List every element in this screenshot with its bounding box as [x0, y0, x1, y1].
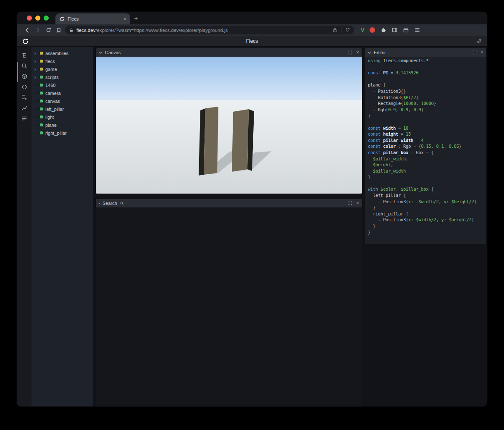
flecs-favicon-icon — [59, 16, 65, 22]
code-tool-button[interactable] — [20, 82, 29, 92]
share-link-icon[interactable] — [476, 38, 482, 44]
window-minimize-button[interactable] — [35, 16, 40, 21]
page-title: Flecs — [17, 38, 487, 44]
app-header: Flecs — [17, 36, 487, 47]
tool-strip — [17, 47, 32, 406]
entity-label: right_pillar — [45, 131, 67, 136]
code-line: - Rectangle{10000, 10000} — [368, 101, 486, 107]
collapsed-dot-icon[interactable] — [99, 203, 100, 204]
traffic-lights — [27, 16, 49, 21]
main-area: Canvas × — [93, 47, 487, 406]
code-line: - Rgb{0.9, 0.9, 0.9} — [368, 107, 486, 113]
code-line: with $color, $pillar_box { — [368, 186, 486, 193]
share-icon[interactable] — [332, 27, 338, 33]
code-line: - Rotation3{$PI/2} — [368, 95, 486, 101]
expand-chevron-icon[interactable]: › — [34, 51, 39, 55]
tree-item-canvas[interactable]: canvas — [32, 97, 93, 105]
sidebar-toggle-icon[interactable] — [391, 27, 398, 33]
url-text: flecs.dev/explorer/?wasm=https://www.fle… — [76, 28, 332, 33]
tab-flecs[interactable]: Flecs × — [55, 13, 130, 24]
entity-label: scripts — [45, 75, 59, 80]
collapse-chevron-icon[interactable] — [99, 51, 102, 54]
bookmark-icon[interactable] — [54, 26, 63, 35]
3d-scene-viewport[interactable] — [96, 57, 362, 194]
entity-label: camera — [45, 91, 61, 96]
reload-button[interactable] — [44, 26, 53, 35]
tree-item-flecs[interactable]: ›flecs — [32, 57, 93, 65]
entity-icon — [40, 60, 43, 63]
tree-item-left_pillar[interactable]: left_pillar — [32, 105, 93, 113]
code-line: right_pillar { — [368, 211, 486, 218]
tab-bar: Flecs × + — [17, 12, 487, 24]
expand-chevron-icon[interactable]: › — [34, 67, 39, 71]
code-line: using flecs.components.* — [368, 58, 486, 64]
tree-item-plane[interactable]: plane — [32, 121, 93, 129]
entity-icon — [40, 115, 43, 118]
entity-label: flecs — [45, 59, 55, 64]
expand-icon[interactable] — [472, 50, 477, 55]
close-icon[interactable]: × — [356, 201, 359, 206]
entities-cube-tool-button[interactable] — [20, 72, 29, 81]
window-close-button[interactable] — [27, 16, 32, 21]
tree-guide-line — [34, 133, 39, 133]
entity-label: left_pillar — [45, 107, 64, 112]
puzzle-extensions-icon[interactable] — [380, 27, 386, 33]
wallet-icon[interactable] — [403, 27, 409, 33]
collapse-chevron-icon[interactable] — [368, 51, 371, 54]
close-icon[interactable]: × — [480, 50, 483, 55]
shield-icon[interactable] — [345, 27, 350, 33]
window-zoom-button[interactable] — [44, 16, 49, 21]
tree-item-camera[interactable]: camera — [32, 89, 93, 97]
extension-red-icon[interactable] — [370, 27, 375, 33]
tree-tool-button[interactable] — [20, 51, 29, 60]
search-panel-actions: × — [348, 201, 359, 206]
code-line: - Position3{} — [368, 89, 486, 95]
code-line: $pillar_width — [368, 168, 486, 175]
tree-guide-line — [34, 93, 39, 93]
code-line: plane { — [368, 82, 486, 89]
url-host: flecs.dev — [76, 28, 95, 33]
browser-toolbar: flecs.dev/explorer/?wasm=https://www.fle… — [17, 24, 487, 36]
close-icon[interactable]: × — [356, 50, 359, 55]
back-button[interactable] — [23, 26, 32, 35]
tree-item-assemblies[interactable]: ›assemblies — [32, 49, 93, 57]
menu-icon[interactable] — [414, 27, 420, 33]
tree-item-scripts[interactable]: ›scripts — [32, 73, 93, 81]
lock-icon — [69, 28, 74, 33]
tree-guide-line — [34, 109, 39, 109]
search-panel-title: Search — [102, 201, 117, 206]
inspector-tool-button[interactable] — [20, 93, 29, 102]
chart-tool-button[interactable] — [20, 103, 29, 113]
tab-title: Flecs — [68, 16, 123, 21]
code-line: const color : Rgb = {0.15, 0.1, 0.05} — [368, 144, 486, 150]
tree-item-1460[interactable]: 1460 — [32, 81, 93, 89]
forward-button[interactable] — [33, 26, 42, 35]
tab-close-icon[interactable]: × — [123, 16, 126, 21]
code-line: const height = 15 — [368, 131, 486, 138]
code-line: const PI = 3.1415926 — [368, 70, 486, 76]
logs-tool-button[interactable] — [20, 114, 29, 123]
tree-item-right_pillar[interactable]: right_pillar — [32, 129, 93, 137]
tree-item-game[interactable]: ›game — [32, 65, 93, 73]
code-area[interactable]: using flecs.components.* const PI = 3.14… — [365, 57, 486, 244]
canvas-panel-actions: × — [348, 50, 359, 55]
address-bar[interactable]: flecs.dev/explorer/?wasm=https://www.fle… — [65, 26, 354, 34]
code-line — [368, 64, 486, 71]
code-line — [368, 181, 486, 187]
expand-chevron-icon[interactable]: › — [34, 59, 39, 63]
desktop-background: Flecs × + flecs. — [0, 0, 504, 430]
right-pillar-front — [232, 109, 249, 172]
search-tool-button[interactable] — [20, 61, 29, 71]
expand-icon[interactable] — [348, 201, 352, 205]
ground-plane — [96, 100, 362, 194]
code-line: } — [368, 223, 486, 230]
expand-icon[interactable] — [348, 50, 352, 55]
tree-item-light[interactable]: light — [32, 113, 93, 121]
expand-chevron-icon[interactable]: › — [34, 75, 39, 79]
code-line: } — [368, 113, 486, 119]
extension-v-button[interactable]: V — [361, 27, 365, 33]
new-tab-button[interactable]: + — [130, 13, 142, 24]
entity-label: assemblies — [45, 51, 68, 56]
entity-icon — [40, 131, 43, 134]
search-icon — [120, 201, 124, 205]
